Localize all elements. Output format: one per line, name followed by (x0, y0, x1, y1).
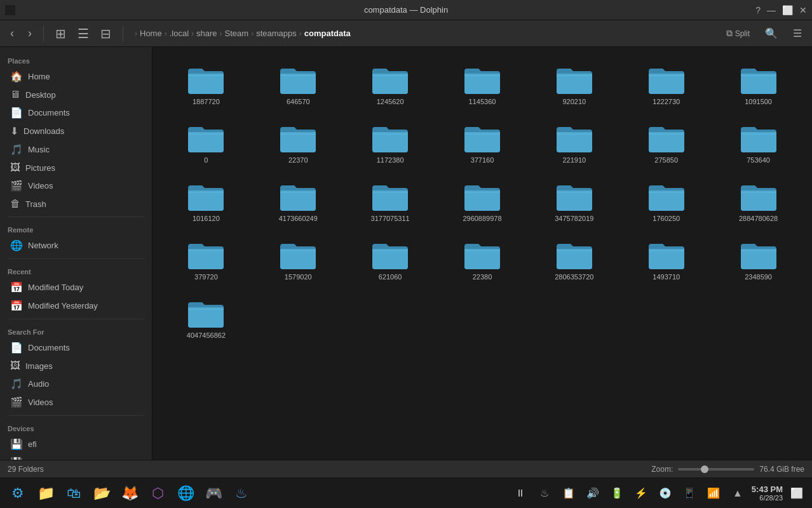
pause-tray-icon[interactable]: ⏸ (510, 483, 531, 504)
compact-view-button[interactable]: ⊟ (95, 23, 116, 44)
firefox-app-button[interactable]: 🦊 (117, 481, 142, 506)
sidebar-item-search-videos[interactable]: 🎬 Videos (3, 393, 149, 411)
folder-item[interactable]: 1493710 (623, 232, 710, 286)
folder-item[interactable]: 2806353720 (531, 232, 618, 286)
folder-item[interactable]: 275850 (623, 116, 710, 169)
folder-item[interactable]: 1145360 (439, 57, 526, 110)
sidebar-item-home[interactable]: 🏠 Home (3, 67, 149, 86)
back-button[interactable]: ‹ (5, 24, 19, 43)
folder-item[interactable]: 2884780628 (715, 174, 802, 227)
sidebar-item-modified-yesterday[interactable]: 📅 Modified Yesterday (3, 297, 149, 315)
folder-count: 29 Folders (8, 465, 44, 474)
folder-item[interactable]: 22370 (255, 116, 342, 169)
steam-app-button[interactable]: ♨ (229, 481, 254, 506)
sidebar-item-modified-today[interactable]: 📅 Modified Today (3, 278, 149, 297)
breadcrumb-local[interactable]: .local (170, 29, 189, 38)
folder-name: 2806353720 (555, 273, 593, 281)
folder-item[interactable]: 377160 (439, 116, 526, 169)
music-icon: 🎵 (10, 144, 23, 156)
help-button[interactable]: ? (755, 5, 761, 15)
files-app-button[interactable]: 📂 (89, 481, 114, 506)
search-button[interactable]: 🔍 (760, 25, 783, 42)
dolphin-app-button[interactable]: 📁 (33, 481, 58, 506)
folder-item[interactable]: 4047456862 (163, 291, 250, 344)
folder-item[interactable]: 2960889978 (439, 174, 526, 227)
breadcrumb-home[interactable]: Home (140, 29, 162, 38)
maximize-button[interactable]: ⬜ (782, 5, 793, 15)
icon-view-button[interactable]: ⊞ (50, 23, 71, 44)
folder-item[interactable]: 1016120 (163, 174, 250, 227)
folder-item[interactable]: 22380 (439, 232, 526, 286)
folder-item[interactable]: 1245620 (347, 57, 434, 110)
folder-item[interactable]: 379720 (163, 232, 250, 286)
breadcrumb-compatdata[interactable]: compatdata (304, 29, 351, 38)
folder-item[interactable]: 1579020 (255, 232, 342, 286)
steam-tray-icon[interactable]: ♨ (534, 483, 555, 504)
breadcrumb-share[interactable]: share (196, 29, 217, 38)
wifi-tray-icon[interactable]: 📶 (703, 483, 724, 504)
breadcrumb-steam[interactable]: Steam (225, 29, 249, 38)
folder-item[interactable]: 621060 (347, 232, 434, 286)
sidebar-item-efi[interactable]: 💾 efi (3, 435, 149, 453)
folder-item[interactable]: 1760250 (623, 174, 710, 227)
sidebar-item-rootfs[interactable]: 💾 rootfs (3, 453, 149, 460)
folder-name: 621060 (379, 273, 402, 281)
folder-item[interactable]: 646570 (255, 57, 342, 110)
store-app-button[interactable]: 🛍 (61, 481, 86, 506)
pictures-icon: 🖼 (10, 162, 20, 173)
folder-item[interactable]: 0 (163, 116, 250, 169)
breadcrumb-steamapps[interactable]: steamapps (256, 29, 297, 38)
folder-item[interactable]: 920210 (531, 57, 618, 110)
close-button[interactable]: ✕ (799, 5, 807, 15)
folder-item[interactable]: 4173660249 (255, 174, 342, 227)
zoom-thumb[interactable] (701, 465, 708, 473)
folder-item[interactable]: 1091500 (715, 57, 802, 110)
folder-icon (278, 237, 318, 271)
kde-app-button[interactable]: ⚙ (5, 481, 30, 506)
sidebar-label-efi: efi (28, 439, 37, 449)
sidebar-item-videos[interactable]: 🎬 Videos (3, 177, 149, 195)
menu-button[interactable]: ☰ (788, 25, 807, 42)
sidebar-item-network[interactable]: 🌐 Network (3, 236, 149, 255)
folder-item[interactable]: 3177075311 (347, 174, 434, 227)
device-tray-icon[interactable]: 📱 (679, 483, 700, 504)
sidebar-item-downloads[interactable]: ⬇ Downloads (3, 122, 149, 140)
folder-item[interactable]: 221910 (531, 116, 618, 169)
folder-icon (278, 62, 318, 95)
folder-item[interactable]: 3475782019 (531, 174, 618, 227)
sidebar-item-search-audio[interactable]: 🎵 Audio (3, 375, 149, 393)
forward-button[interactable]: › (23, 24, 37, 43)
bluetooth-tray-icon[interactable]: ⚡ (631, 483, 651, 504)
split-button[interactable]: ⧉ Split (721, 25, 755, 41)
sidebar-item-search-documents[interactable]: 📄 Documents (3, 338, 149, 357)
sidebar-item-desktop[interactable]: 🖥 Desktop (3, 86, 149, 104)
sidebar-divider-4 (8, 415, 144, 416)
sidebar-item-music[interactable]: 🎵 Music (3, 140, 149, 159)
folder-icon (186, 121, 226, 154)
folder-icon (646, 179, 687, 212)
tray-expand-icon[interactable]: ▲ (727, 483, 748, 504)
folder-item[interactable]: 1222730 (623, 57, 710, 110)
minimize-button[interactable]: — (767, 5, 776, 15)
clipboard-tray-icon[interactable]: 📋 (558, 483, 579, 504)
list-view-button[interactable]: ☰ (72, 23, 94, 44)
proton-app-button[interactable]: 🎮 (201, 481, 226, 506)
sidebar-divider-3 (8, 319, 144, 319)
folder-item[interactable]: 753640 (715, 116, 802, 169)
sidebar-item-trash[interactable]: 🗑 Trash (3, 195, 149, 213)
sidebar-item-documents[interactable]: 📄 Documents (3, 104, 149, 122)
folder-item[interactable]: 1172380 (347, 116, 434, 169)
chrome-app-button[interactable]: 🌐 (173, 481, 198, 506)
folder-item[interactable]: 2348590 (715, 232, 802, 286)
battery-tray-icon[interactable]: 🔋 (607, 483, 627, 504)
sidebar-item-search-images[interactable]: 🖼 Images (3, 357, 149, 375)
sidebar-label-desktop: Desktop (25, 90, 56, 100)
volume-tray-icon[interactable]: 🔊 (583, 483, 603, 504)
zoom-slider[interactable] (678, 468, 754, 471)
time-block[interactable]: 5:43 PM 6/28/23 (752, 485, 783, 502)
show-desktop-button[interactable]: ⬜ (787, 483, 807, 504)
folder-item[interactable]: 1887720 (163, 57, 250, 110)
plasma-app-button[interactable]: ⬡ (145, 481, 170, 506)
storage-tray-icon[interactable]: 💿 (655, 483, 675, 504)
sidebar-item-pictures[interactable]: 🖼 Pictures (3, 159, 149, 177)
